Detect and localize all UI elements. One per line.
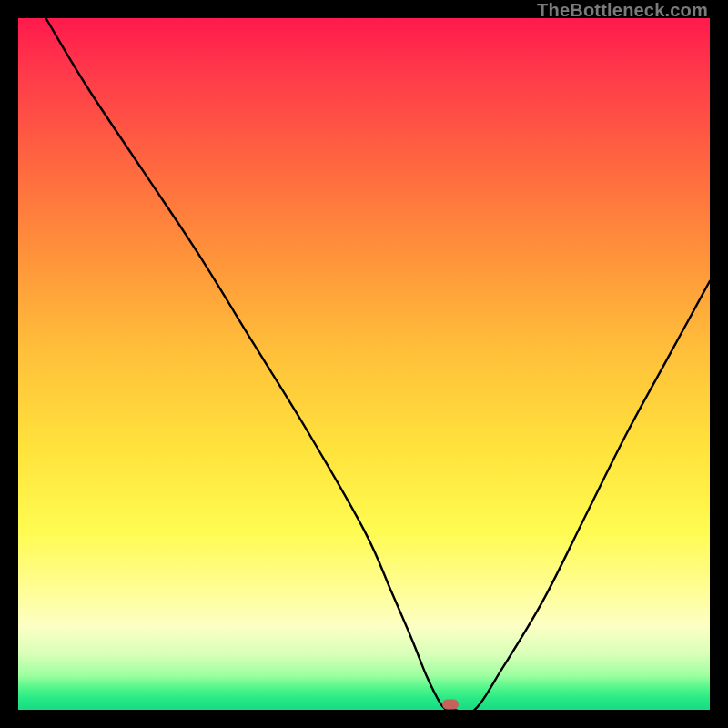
- bottleneck-curve: [18, 18, 710, 710]
- chart-frame: TheBottleneck.com: [0, 0, 728, 728]
- plot-area: [18, 18, 710, 710]
- minimum-marker: [442, 699, 459, 709]
